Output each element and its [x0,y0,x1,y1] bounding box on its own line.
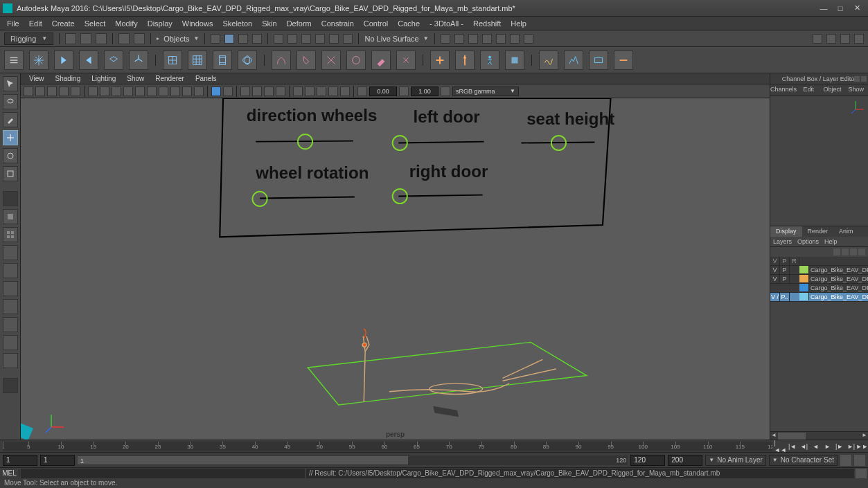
tool-settings[interactable] [3,378,18,393]
panel-icon[interactable] [123,87,133,96]
shelf-cluster[interactable] [213,51,232,70]
panel-icon[interactable] [317,87,326,96]
layer-p-toggle[interactable]: P [780,266,790,274]
panel-icon[interactable] [328,87,338,96]
panel-icon[interactable] [340,87,350,96]
script-editor-button[interactable] [856,469,867,478]
shelf-anim[interactable] [564,51,583,70]
close-button[interactable]: ✕ [849,3,865,14]
panel-menu-lighting[interactable]: Lighting [87,74,120,83]
shelf-lattice[interactable] [188,51,207,70]
layer-p-toggle[interactable]: P.. [780,293,790,301]
shelf-tool-ik[interactable] [129,51,148,70]
sel-mask-icon[interactable] [238,34,248,44]
slider-handle-rotation[interactable] [252,192,267,206]
layout-four[interactable] [3,227,18,242]
shelf-wrap[interactable] [238,51,257,70]
chevron-down-icon[interactable]: ▼ [194,35,200,42]
play-forward-button[interactable]: ► [823,442,833,451]
open-scene-icon[interactable] [80,33,91,44]
range-thumb[interactable]: 1 [78,456,408,464]
character-set-selector[interactable]: ▼ No Character Set [769,455,838,466]
scroll-right-icon[interactable]: ► [861,432,868,440]
layer-v-toggle[interactable]: V [770,266,780,274]
layout-option[interactable] [3,299,18,314]
scroll-left-icon[interactable]: ◄ [770,432,777,440]
paint-select-tool[interactable] [3,112,18,127]
layer-name[interactable]: Cargo_Bike_EAV_DPD_ [809,284,868,291]
menu-skeleton[interactable]: Skeleton [218,18,256,29]
panel-icon[interactable] [47,87,57,96]
rig-skeleton[interactable] [362,329,556,402]
shelf-tool[interactable] [54,51,73,70]
layer-icon[interactable] [833,248,840,255]
panel-icon[interactable] [240,87,250,96]
layer-icon[interactable] [858,248,865,255]
main-control-curve[interactable] [308,342,586,405]
layer-menu-help[interactable]: Help [824,238,838,245]
shelf-skin[interactable] [346,51,366,70]
layer-p-toggle[interactable]: P [780,275,790,283]
panel-icon[interactable] [194,87,204,96]
panel-icon[interactable] [71,87,80,96]
module-selector[interactable]: Rigging ▼ [4,33,53,45]
chevron-icon[interactable]: ▸ [157,35,159,42]
panel-menu-shading[interactable]: Shading [51,74,85,83]
cb-tab-edit[interactable]: Edit [797,84,820,95]
panel-icon[interactable] [88,87,98,96]
step-forward-button[interactable]: |► [835,442,844,451]
panel-icon[interactable] [147,87,157,96]
panel-icon[interactable] [112,87,121,96]
shelf-constraint[interactable] [430,51,450,70]
menu-create[interactable]: Create [48,18,79,29]
command-input[interactable] [21,469,305,478]
play-back-button[interactable]: ◄ [811,442,821,451]
cb-tab-object[interactable]: Object [820,84,844,95]
panel-menu-view[interactable]: View [25,74,48,83]
layer-menu-options[interactable]: Options [797,238,819,245]
time-track[interactable]: 1510152025303540455055606570758085909510… [3,442,772,451]
anim-layer-selector[interactable]: ▼ No Anim Layer [705,455,766,466]
shelf-tool-snowflake[interactable] [29,51,48,70]
range-start-inner[interactable]: 1 [40,455,75,466]
scroll-thumb[interactable] [778,433,806,440]
shelf-constraint[interactable] [455,51,475,70]
layer-name[interactable]: Cargo_Bike_EAV_DPD_ [809,266,868,273]
panel-icon[interactable] [276,87,285,96]
snap-icon[interactable] [315,34,325,44]
panel-icon[interactable] [35,87,45,96]
shelf-anim[interactable] [539,51,558,70]
snap-icon[interactable] [287,34,297,44]
panel-toggle-icon[interactable] [840,34,850,44]
panel-icon[interactable] [24,87,33,96]
menu-deform[interactable]: Deform [283,18,316,29]
scale-tool[interactable] [3,166,18,181]
lasso-tool[interactable] [3,94,18,109]
layer-v-toggle[interactable]: V [770,275,780,283]
panel-icon[interactable] [441,87,450,96]
select-tool[interactable] [3,76,18,91]
menu-control[interactable]: Control [360,18,392,29]
layer-name[interactable]: Cargo_Bike_EAV_DPD_ [809,293,868,300]
panel-toggle-icon[interactable] [854,34,864,44]
last-tool[interactable] [3,191,18,206]
panel-icon[interactable] [100,87,109,96]
layer-tab-render[interactable]: Render [802,226,834,237]
layer-row[interactable]: VPCargo_Bike_EAV_DPD_ [770,275,868,284]
goto-start-button[interactable]: |◄◄ [776,442,786,451]
move-tool[interactable] [3,130,18,145]
menu-modify[interactable]: Modify [111,18,141,29]
shelf-anim[interactable] [614,51,633,70]
shelf-skin[interactable] [296,51,316,70]
cb-tab-show[interactable]: Show [844,84,868,95]
autokey-button[interactable] [840,455,851,466]
panel-icon[interactable] [159,87,168,96]
history-icon[interactable] [482,34,492,44]
step-back-button[interactable]: ◄| [799,442,809,451]
shelf-selector[interactable] [4,51,24,70]
layout-option[interactable] [3,335,18,350]
panel-icon[interactable] [170,87,180,96]
layout-option[interactable] [3,317,18,332]
maximize-button[interactable]: □ [832,3,849,14]
layer-row[interactable]: V /P..Cargo_Bike_EAV_DPD_ [770,293,868,302]
